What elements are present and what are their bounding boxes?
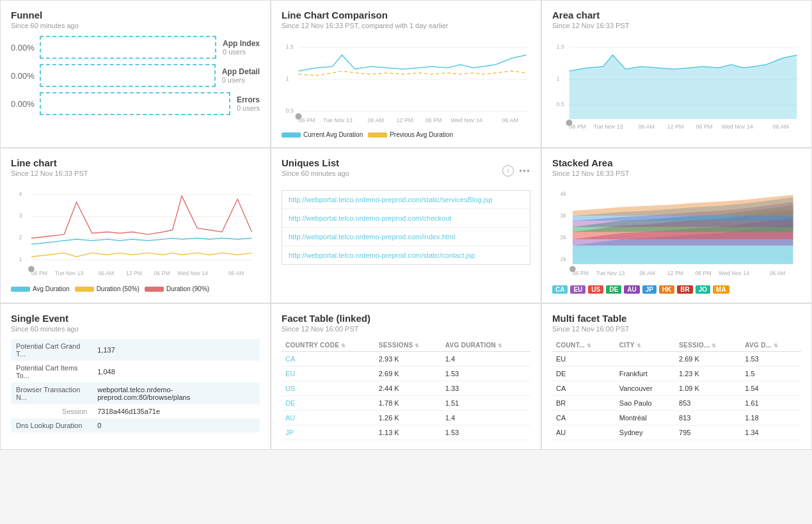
- stacked-area-subtitle: Since 12 Nov 16:33 PST: [552, 170, 801, 177]
- svg-text:2k: 2k: [561, 234, 567, 241]
- funnel-rect-2: [40, 64, 216, 87]
- svg-text:Tue Nov 13: Tue Nov 13: [596, 270, 625, 276]
- mf-col-sessions[interactable]: SESSIO... ⇅: [675, 339, 741, 352]
- event-row-1: Potential Cart Grand T... 1,137: [11, 339, 260, 361]
- area-chart: 1.5 1 0.5 06 PM Tue Nov 13 06 AM 12 PM 0…: [552, 36, 801, 134]
- svg-text:Wed Nov 14: Wed Nov 14: [451, 117, 482, 123]
- svg-text:12 PM: 12 PM: [667, 123, 684, 130]
- mf-count-3: CA: [552, 381, 616, 396]
- uniques-item-2[interactable]: http://webportal.telco.nrdemo-preprod.co…: [282, 209, 530, 228]
- badge-jo: JO: [696, 285, 710, 294]
- funnel-rect-3: [40, 92, 230, 115]
- col-sessions[interactable]: SESSIONS ⇅: [375, 339, 442, 352]
- uniques-list-items: http://webportal.telco.nrdemo-preprod.co…: [282, 190, 530, 265]
- svg-text:12 PM: 12 PM: [667, 270, 683, 276]
- facet-avg-1: 1.4: [442, 352, 530, 367]
- facet-code-1[interactable]: CA: [282, 352, 375, 367]
- svg-text:06 PM: 06 PM: [696, 270, 712, 276]
- badge-au: AU: [624, 285, 639, 294]
- stacked-legend: CA EU US DE AU JP HK BR JO MA: [552, 285, 801, 294]
- svg-text:Wed Nov 14: Wed Nov 14: [719, 270, 749, 276]
- svg-text:06 AM: 06 AM: [773, 123, 790, 130]
- mf-avg-2: 1.5: [741, 367, 801, 381]
- area-chart-card: Area chart Since 12 Nov 16:33 PST 1.5 1 …: [541, 0, 812, 148]
- single-event-card: Single Event Since 60 minutes ago Potent…: [0, 303, 271, 450]
- facet-avg-3: 1.33: [442, 381, 530, 396]
- info-icon[interactable]: i: [502, 165, 514, 177]
- funnel-label-1: App Index 0 users: [223, 39, 260, 56]
- single-event-table: Potential Cart Grand T... 1,137 Potentia…: [11, 339, 260, 433]
- svg-text:2: 2: [19, 234, 22, 241]
- mf-city-3: Vancouver: [616, 381, 675, 396]
- sort-mf-sessions[interactable]: ⇅: [712, 343, 716, 349]
- facet-code-2[interactable]: EU: [282, 367, 375, 381]
- facet-row-5: AU 1.26 K 1.4: [282, 411, 530, 425]
- stacked-area-card: Stacked Area Since 12 Nov 16:33 PST 4k 3…: [541, 148, 812, 303]
- mf-count-4: BR: [552, 396, 616, 411]
- svg-text:Wed Nov 14: Wed Nov 14: [722, 123, 753, 130]
- legend-current: Current Avg Duration: [282, 131, 363, 138]
- mf-col-count[interactable]: COUNT... ⇅: [552, 339, 616, 352]
- uniques-header: Uniques List Since 60 minutes ago i •••: [282, 157, 530, 184]
- facet-avg-5: 1.4: [442, 411, 530, 425]
- mf-col-avgd[interactable]: AVG D... ⇅: [741, 339, 801, 352]
- facet-avg-6: 1.53: [442, 425, 530, 440]
- sort-avg-icon[interactable]: ⇅: [498, 343, 502, 349]
- uniques-item-1[interactable]: http://webportal.telco.nrdemo-preprod.co…: [282, 191, 530, 209]
- event-row-5: Dns Lookup Duration 0: [11, 418, 260, 433]
- mf-city-4: Sao Paulo: [616, 396, 675, 411]
- mf-avg-1: 1.53: [741, 352, 801, 367]
- col-avg-duration[interactable]: AVG DURATION ⇅: [442, 339, 530, 352]
- svg-marker-55: [573, 195, 793, 216]
- svg-text:06 AM: 06 AM: [770, 270, 786, 276]
- facet-table-card: Facet Table (linked) Since 12 Nov 16:00 …: [271, 303, 541, 450]
- svg-text:06 AM: 06 AM: [98, 270, 114, 276]
- facet-code-3[interactable]: US: [282, 381, 375, 396]
- facet-code-5[interactable]: AU: [282, 411, 375, 425]
- svg-text:Tue Nov 13: Tue Nov 13: [594, 123, 623, 130]
- mf-col-city[interactable]: CITY ⇅: [616, 339, 675, 352]
- facet-code-4[interactable]: DE: [282, 396, 375, 411]
- funnel-title: Funnel: [11, 10, 260, 20]
- legend-50pct-dot: [75, 287, 94, 292]
- funnel-bar-1: 0.00% App Index 0 users: [11, 36, 260, 59]
- sort-country-icon[interactable]: ⇅: [341, 343, 346, 349]
- mf-city-6: Sydney: [616, 425, 675, 440]
- badge-br: BR: [677, 285, 692, 294]
- badge-de: DE: [606, 285, 621, 294]
- col-country-code[interactable]: COUNTRY CODE ⇅: [282, 339, 375, 352]
- svg-text:06 AM: 06 AM: [228, 270, 244, 276]
- legend-previous: Previous Avg Duration: [368, 131, 453, 138]
- svg-text:Tue Nov 13: Tue Nov 13: [55, 270, 84, 276]
- facet-avg-4: 1.51: [442, 396, 530, 411]
- badge-ca: CA: [552, 285, 568, 294]
- uniques-actions[interactable]: i •••: [502, 165, 530, 177]
- stacked-area-chart: 4k 3k 2k 1k 06 PM Tue Nov 13 06 AM 12 PM…: [552, 184, 801, 294]
- sort-mf-count[interactable]: ⇅: [587, 343, 591, 349]
- sort-mf-city[interactable]: ⇅: [637, 343, 641, 349]
- mf-avg-6: 1.34: [741, 425, 801, 440]
- more-icon[interactable]: •••: [519, 165, 530, 177]
- svg-text:12 PM: 12 PM: [126, 270, 142, 276]
- mf-sessions-2: 1.23 K: [675, 367, 741, 381]
- line-comparison-card: Line Chart Comparison Since 12 Nov 16:33…: [271, 0, 541, 148]
- uniques-subtitle: Since 60 minutes ago: [282, 170, 349, 177]
- badge-hk: HK: [659, 285, 674, 294]
- mf-sessions-1: 2.69 K: [675, 352, 741, 367]
- mf-count-1: EU: [552, 352, 616, 367]
- facet-code-6[interactable]: JP: [282, 425, 375, 440]
- facet-row-3: US 2.44 K 1.33: [282, 381, 530, 396]
- uniques-item-3[interactable]: http://webportal.telco.nrdemo-preprod.co…: [282, 228, 530, 246]
- funnel-subtitle: Since 60 minutes ago: [11, 22, 260, 29]
- line-comparison-title: Line Chart Comparison: [282, 10, 530, 20]
- svg-text:06 PM: 06 PM: [696, 123, 713, 130]
- mf-avg-4: 1.61: [741, 396, 801, 411]
- uniques-item-4[interactable]: http://webportal.telco.nrdemo-preprod.co…: [282, 246, 530, 264]
- svg-text:06 AM: 06 AM: [639, 123, 655, 130]
- sort-mf-avgd[interactable]: ⇅: [774, 343, 778, 349]
- svg-marker-20: [569, 55, 797, 119]
- sort-sessions-icon[interactable]: ⇅: [415, 343, 419, 349]
- line-chart-subtitle: Since 12 Nov 16:33 PST: [11, 170, 260, 177]
- line-comparison-subtitle: Since 12 Nov 16:33 PST, compared with 1 …: [282, 22, 530, 29]
- multi-facet-table: COUNT... ⇅ CITY ⇅ SESSIO... ⇅ AVG D... ⇅: [552, 339, 801, 440]
